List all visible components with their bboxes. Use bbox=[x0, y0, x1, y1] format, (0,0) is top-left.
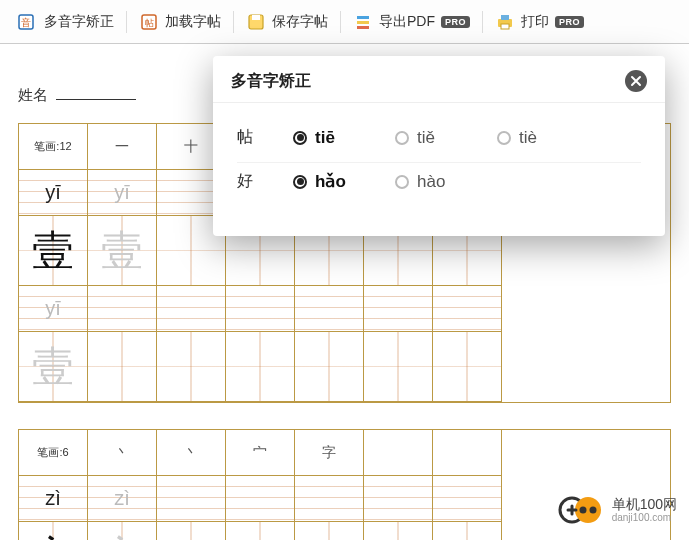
svg-point-11 bbox=[579, 507, 586, 514]
radio-option[interactable]: tiē bbox=[293, 128, 369, 148]
load-template-button[interactable]: 帖 加载字帖 bbox=[127, 0, 233, 44]
svg-rect-5 bbox=[252, 15, 260, 20]
load-label: 加载字帖 bbox=[165, 13, 221, 31]
radio-dot-icon bbox=[395, 131, 409, 145]
svg-rect-8 bbox=[501, 24, 509, 29]
save-template-button[interactable]: 保存字帖 bbox=[234, 0, 340, 44]
polyphone-modal: 多音字矫正 帖tiētiětiè好hǎohào bbox=[213, 56, 665, 236]
brand-name: 单机100网 bbox=[612, 497, 677, 512]
radio-option[interactable]: hào bbox=[395, 172, 471, 192]
print-label: 打印 bbox=[521, 13, 549, 31]
save-icon bbox=[246, 12, 266, 32]
modal-title: 多音字矫正 bbox=[231, 71, 311, 92]
row-char: 好 bbox=[237, 171, 267, 192]
print-icon bbox=[495, 12, 515, 32]
save-label: 保存字帖 bbox=[272, 13, 328, 31]
row-char: 帖 bbox=[237, 127, 267, 148]
svg-point-12 bbox=[589, 507, 596, 514]
radio-label: hào bbox=[417, 172, 445, 192]
load-icon: 帖 bbox=[139, 12, 159, 32]
toolbar: 音 多音字矫正 帖 加载字帖 保存字帖 导出PDF PRO 打印 PRO bbox=[0, 0, 689, 44]
radio-label: tiè bbox=[519, 128, 537, 148]
radio-option[interactable]: tiě bbox=[395, 128, 471, 148]
export-pdf-button[interactable]: 导出PDF PRO bbox=[341, 0, 482, 44]
svg-text:帖: 帖 bbox=[145, 18, 154, 28]
radio-label: hǎo bbox=[315, 171, 346, 192]
pro-badge: PRO bbox=[441, 16, 470, 28]
polyphone-icon: 音 bbox=[18, 12, 38, 32]
svg-rect-7 bbox=[501, 15, 509, 20]
close-button[interactable] bbox=[625, 70, 647, 92]
close-icon bbox=[630, 75, 642, 87]
print-button[interactable]: 打印 PRO bbox=[483, 0, 596, 44]
pro-badge: PRO bbox=[555, 16, 584, 28]
radio-label: tiě bbox=[417, 128, 435, 148]
radio-dot-icon bbox=[293, 131, 307, 145]
brand-watermark: 单机100网 danji100.com bbox=[558, 490, 677, 530]
radio-dot-icon bbox=[395, 175, 409, 189]
radio-option[interactable]: tiè bbox=[497, 128, 573, 148]
modal-header: 多音字矫正 bbox=[213, 56, 665, 103]
radio-label: tiē bbox=[315, 128, 335, 148]
svg-point-10 bbox=[575, 497, 601, 523]
radio-option[interactable]: hǎo bbox=[293, 171, 369, 192]
polyphone-correction-button[interactable]: 音 多音字矫正 bbox=[6, 0, 126, 44]
radio-dot-icon bbox=[293, 175, 307, 189]
brand-domain: danji100.com bbox=[612, 512, 677, 523]
export-label: 导出PDF bbox=[379, 13, 435, 31]
brand-logo-icon bbox=[558, 490, 604, 530]
export-icon bbox=[353, 12, 373, 32]
polyphone-label: 多音字矫正 bbox=[44, 13, 114, 31]
radio-dot-icon bbox=[497, 131, 511, 145]
modal-body: 帖tiētiětiè好hǎohào bbox=[213, 103, 665, 236]
pinyin-choice-row: 好hǎohào bbox=[237, 163, 641, 206]
svg-text:音: 音 bbox=[21, 17, 31, 28]
pinyin-choice-row: 帖tiētiětiè bbox=[237, 119, 641, 163]
